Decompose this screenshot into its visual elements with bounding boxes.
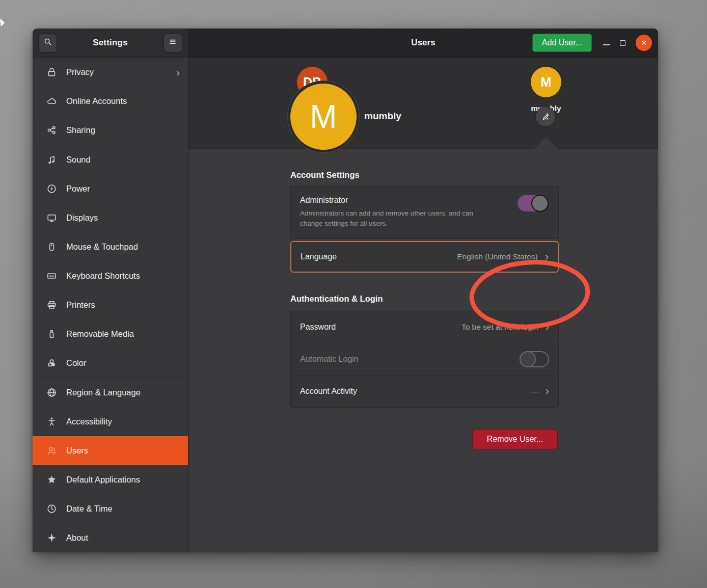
mouse-icon xyxy=(46,242,57,252)
sidebar-item-label: Color xyxy=(66,358,180,368)
profile-username: mumbly xyxy=(364,111,401,122)
main-headerbar: Users Add User... ✕ xyxy=(188,29,658,58)
chevron-right-icon: › xyxy=(545,251,549,262)
administrator-description: Administrators can add and remove other … xyxy=(300,208,483,229)
account-settings-heading: Account Settings xyxy=(290,170,360,180)
settings-window: Settings Users Add User... ✕ Privacy›Onl… xyxy=(33,29,658,552)
search-icon xyxy=(43,37,52,48)
user-switcher-strip: DB Dread Baron Your account M mumbly xyxy=(188,58,658,149)
password-label: Password xyxy=(300,323,336,332)
automatic-login-toggle xyxy=(520,351,549,367)
sidebar-item-label: Mouse & Touchpad xyxy=(66,242,180,252)
hamburger-menu-icon xyxy=(168,37,177,48)
display-icon xyxy=(46,212,57,223)
add-user-button[interactable]: Add User... xyxy=(532,34,592,52)
sidebar-item-color[interactable]: Color xyxy=(33,349,188,378)
toggle-knob xyxy=(520,351,536,367)
sidebar-header: Settings xyxy=(33,29,188,58)
remove-user-button[interactable]: Remove User... xyxy=(472,429,558,449)
sidebar-nav: Privacy›Online AccountsSharingSoundPower… xyxy=(33,58,188,552)
clock-icon xyxy=(46,503,57,514)
sidebar-item-default-applications[interactable]: Default Applications xyxy=(33,465,188,494)
sidebar-item-label: Date & Time xyxy=(66,504,180,514)
account-activity-label: Account Activity xyxy=(300,387,357,396)
account-activity-value: — xyxy=(530,387,538,396)
authentication-heading: Authentication & Login xyxy=(290,294,383,304)
sidebar-item-label: Displays xyxy=(66,213,180,223)
keyboard-icon xyxy=(46,271,57,281)
account-activity-row[interactable]: Account Activity — › xyxy=(291,375,558,407)
chevron-right-icon: › xyxy=(546,386,549,397)
sidebar-item-label: Privacy xyxy=(66,67,167,77)
sidebar-item-online-accounts[interactable]: Online Accounts xyxy=(33,87,188,116)
language-row[interactable]: Language English (United States) › xyxy=(290,241,559,273)
language-label: Language xyxy=(301,252,337,261)
administrator-row: Administrator Administrators can add and… xyxy=(290,186,559,239)
accessibility-icon xyxy=(46,416,57,427)
sidebar-item-label: Printers xyxy=(66,300,180,310)
sidebar-item-label: About xyxy=(66,533,180,543)
sidebar-item-label: Removable Media xyxy=(66,329,180,339)
sidebar-item-date-time[interactable]: Date & Time xyxy=(33,494,188,523)
sidebar-item-privacy[interactable]: Privacy› xyxy=(33,58,188,87)
automatic-login-row: Automatic Login xyxy=(291,343,558,375)
users-panel: DB Dread Baron Your account M mumbly M m… xyxy=(188,58,658,552)
sidebar-item-users[interactable]: Users xyxy=(33,436,188,465)
color-icon xyxy=(46,358,57,368)
sidebar-item-label: Users xyxy=(66,446,180,456)
maximize-icon[interactable] xyxy=(620,40,626,46)
search-button[interactable] xyxy=(38,34,57,52)
close-button[interactable]: ✕ xyxy=(636,35,652,51)
password-row[interactable]: Password To be set at next login › xyxy=(291,311,558,343)
sidebar-item-printers[interactable]: Printers xyxy=(33,290,188,319)
printer-icon xyxy=(46,300,57,310)
profile-avatar: M xyxy=(290,84,357,150)
avatar: M xyxy=(531,67,561,97)
automatic-login-label: Automatic Login xyxy=(300,355,359,364)
language-value: English (United States) xyxy=(457,252,538,261)
password-value: To be set at next login xyxy=(461,323,538,332)
window-controls: ✕ xyxy=(603,35,652,51)
star-icon xyxy=(46,474,57,485)
sidebar-item-mouse-touchpad[interactable]: Mouse & Touchpad xyxy=(33,232,188,261)
chevron-right-icon: › xyxy=(176,67,180,77)
edit-avatar-button[interactable] xyxy=(535,106,556,127)
minimize-icon[interactable] xyxy=(603,44,610,45)
sidebar-item-displays[interactable]: Displays xyxy=(33,203,188,232)
sidebar-item-label: Power xyxy=(66,184,180,194)
sidebar-item-label: Keyboard Shortcuts xyxy=(66,271,180,281)
sidebar-item-keyboard-shortcuts[interactable]: Keyboard Shortcuts xyxy=(33,261,188,290)
administrator-toggle[interactable] xyxy=(518,195,547,211)
sidebar-item-about[interactable]: About xyxy=(33,523,188,552)
pencil-icon xyxy=(541,111,551,123)
sidebar-item-label: Region & Language xyxy=(66,388,180,397)
sidebar-item-power[interactable]: Power xyxy=(33,174,188,203)
administrator-label: Administrator xyxy=(300,196,548,205)
toggle-knob xyxy=(531,195,549,212)
sidebar-item-label: Accessibility xyxy=(66,417,180,426)
share-icon xyxy=(46,125,57,136)
sidebar-item-region-language[interactable]: Region & Language xyxy=(33,378,188,407)
sound-icon xyxy=(46,154,57,165)
sidebar-item-label: Online Accounts xyxy=(66,96,180,106)
power-icon xyxy=(46,183,57,194)
users-icon xyxy=(46,445,57,456)
sidebar-item-label: Sound xyxy=(66,155,180,165)
menu-button[interactable] xyxy=(164,34,182,52)
globe-icon xyxy=(46,387,57,398)
sidebar-item-accessibility[interactable]: Accessibility xyxy=(33,407,188,436)
sidebar-item-label: Sharing xyxy=(66,125,180,135)
authentication-group: Password To be set at next login › Autom… xyxy=(290,311,559,408)
sidebar-item-sharing[interactable]: Sharing xyxy=(33,116,188,145)
sidebar-item-sound[interactable]: Sound xyxy=(33,145,188,174)
sidebar-item-label: Default Applications xyxy=(66,475,180,485)
sparkle-icon xyxy=(46,532,57,543)
close-icon: ✕ xyxy=(641,39,647,47)
selected-user-notch xyxy=(534,137,558,149)
lock-icon xyxy=(46,67,57,77)
chevron-right-icon: › xyxy=(546,322,549,333)
cloud-icon xyxy=(46,96,57,106)
app-title: Settings xyxy=(93,38,128,48)
usb-icon xyxy=(46,329,57,339)
sidebar-item-removable-media[interactable]: Removable Media xyxy=(33,319,188,349)
